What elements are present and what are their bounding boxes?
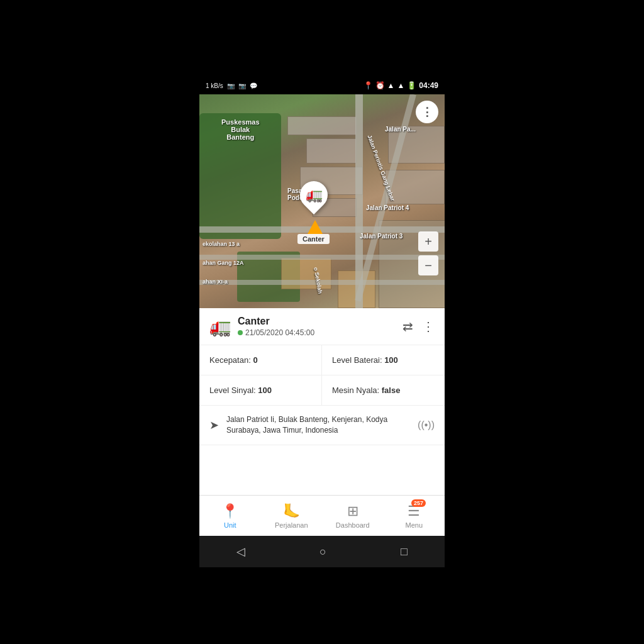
vehicle-truck-icon: 🚛 — [209, 316, 231, 337]
data-speed: 1 kB/s — [206, 82, 223, 89]
map-label-jalan-pa1: Jalan Pa... — [385, 126, 416, 133]
stat-baterai: Level Baterai: 100 — [322, 345, 445, 375]
truck-bubble: 🚛 — [294, 175, 333, 214]
map-label-sekolahan: ekolahan 13 a — [203, 241, 240, 247]
recent-button[interactable]: □ — [388, 540, 420, 564]
truck-icon: 🚛 — [306, 187, 323, 203]
nav-menu[interactable]: 257 ☰ Menu — [384, 496, 445, 536]
stat-kecepatan: Kecepatan: 0 — [199, 345, 322, 375]
location-address: Jalan Patriot Ii, Bulak Banteng, Kenjera… — [226, 414, 410, 436]
broadcast-icon: ((•)) — [418, 419, 435, 431]
vehicle-menu-button[interactable]: ⋮ — [422, 319, 435, 334]
truck-marker[interactable]: 🚛 — [300, 181, 328, 209]
phone-screen: 1 kB/s 📷 📷 💬 📍 ⏰ ▲ ▲ 🔋 04:49 — [199, 77, 445, 567]
map-menu-button[interactable]: ⋮ — [416, 101, 438, 123]
camera-icon: 📷 — [238, 82, 246, 89]
back-button[interactable]: ◁ — [224, 540, 258, 564]
location-row: ➤ Jalan Patriot Ii, Bulak Banteng, Kenje… — [199, 406, 445, 445]
nav-dashboard[interactable]: ⊞ Dashboard — [322, 496, 384, 536]
perjalanan-icon: 🦶 — [283, 503, 300, 519]
nav-unit[interactable]: 📍 Unit — [199, 496, 261, 536]
map-label-puskesmas: PuskesmasBulakBanteng — [221, 118, 260, 141]
signal-icon: ▲ — [397, 81, 404, 90]
home-button[interactable]: ○ — [307, 540, 339, 564]
perjalanan-label: Perjalanan — [275, 521, 308, 529]
stat-mesin: Mesin Nyala: false — [322, 375, 445, 405]
dashboard-icon: ⊞ — [347, 503, 358, 519]
zoom-out-button[interactable]: − — [418, 255, 438, 275]
route-icon[interactable]: ⇄ — [402, 319, 413, 334]
bottom-navigation: 📍 Unit 🦶 Perjalanan ⊞ Dashboard 257 ☰ Me… — [199, 495, 445, 536]
vehicle-info-row: 🚛 Canter 21/05/2020 04:45:00 ⇄ ⋮ — [199, 308, 445, 345]
unit-label: Unit — [224, 521, 236, 529]
nav-perjalanan[interactable]: 🦶 Perjalanan — [261, 496, 323, 536]
map-label-patriot4: Jalan Patriot 4 — [366, 204, 409, 211]
navigation-icon: ➤ — [209, 418, 219, 432]
status-bar-right: 📍 ⏰ ▲ ▲ 🔋 04:49 — [364, 81, 438, 90]
map-label-gang12a: ahan Gang 12A — [203, 260, 244, 266]
menu-badge: 257 — [411, 499, 426, 507]
android-nav-bar: ◁ ○ □ — [199, 536, 445, 567]
canter-map-label: Canter — [297, 234, 330, 244]
map-label-patriot3: Jalan Patriot 3 — [360, 233, 402, 240]
vehicle-name: Canter — [238, 316, 314, 327]
online-indicator — [238, 330, 243, 335]
stat-sinyal: Level Sinyal: 100 — [199, 375, 322, 405]
map-label-xi: ahan XI-a — [203, 279, 228, 285]
wifi-icon: ▲ — [387, 81, 395, 90]
vehicle-details: Canter 21/05/2020 04:45:00 — [238, 316, 314, 337]
whatsapp-icon: 💬 — [250, 82, 257, 89]
direction-arrow — [308, 220, 323, 234]
vehicle-info-left: 🚛 Canter 21/05/2020 04:45:00 — [209, 316, 314, 337]
instagram-icon: 📷 — [227, 82, 235, 89]
unit-icon: 📍 — [221, 503, 238, 519]
battery-icon: 🔋 — [407, 81, 416, 90]
time: 04:49 — [419, 81, 438, 90]
location-status-icon: 📍 — [364, 81, 373, 90]
alarm-icon: ⏰ — [375, 81, 385, 90]
vehicle-timestamp: 21/05/2020 04:45:00 — [238, 328, 314, 337]
status-bar: 1 kB/s 📷 📷 💬 📍 ⏰ ▲ ▲ 🔋 04:49 — [199, 77, 445, 94]
dashboard-label: Dashboard — [336, 521, 370, 529]
status-bar-left: 1 kB/s 📷 📷 💬 — [206, 82, 257, 89]
map-view[interactable]: PuskesmasBulakBanteng PasarPodomoro Jala… — [199, 94, 445, 308]
zoom-in-button[interactable]: + — [418, 231, 438, 252]
vehicle-info-right: ⇄ ⋮ — [402, 319, 435, 334]
stats-grid: Kecepatan: 0 Level Baterai: 100 Level Si… — [199, 345, 445, 406]
menu-label: Menu — [405, 521, 423, 529]
